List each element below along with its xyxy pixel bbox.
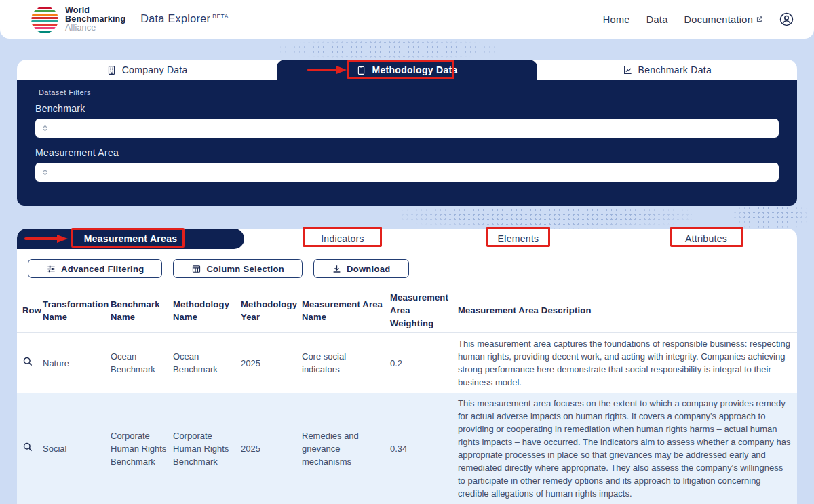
tab-measurement-areas[interactable]: Measurement Areas [17, 229, 244, 249]
cell-transformation: Nature [43, 333, 111, 393]
row-expand-cell [17, 333, 43, 393]
col-header-area-name: Measurement Area Name [302, 288, 390, 333]
cell-transformation: Social [43, 393, 111, 504]
screen: World Benchmarking Alliance Data Explore… [0, 0, 814, 504]
download-button[interactable]: Download [313, 259, 409, 278]
nav-links: Home Data Documentation [603, 12, 794, 26]
col-header-row: Row [17, 288, 43, 333]
cell-weighting: 0.2 [390, 333, 458, 393]
table-row: Social Corporate Human Rights Benchmark … [17, 393, 797, 504]
measurement-area-filter-label: Measurement Area [35, 147, 779, 158]
button-label: Download [347, 264, 391, 274]
magnifier-icon[interactable] [22, 442, 33, 454]
tab-indicators[interactable]: Indicators [321, 229, 364, 249]
benchmark-filter-select[interactable] [35, 119, 779, 138]
cell-description: This measurement area captures the found… [458, 333, 797, 393]
nav-link-home[interactable]: Home [603, 14, 630, 25]
results-card: Measurement Areas Indicators Elements At… [17, 229, 797, 504]
cell-year: 2025 [241, 333, 302, 393]
table-row: Nature Ocean Benchmark Ocean Benchmark 2… [17, 333, 797, 393]
nav-link-documentation[interactable]: Documentation [684, 14, 763, 25]
table-header: Row Transformation Name Benchmark Name M… [17, 288, 797, 333]
tab-label: Methodology Data [372, 64, 457, 75]
col-header-benchmark: Benchmark Name [111, 288, 173, 333]
tab-label: Measurement Areas [84, 233, 178, 244]
col-header-transformation: Transformation Name [43, 288, 111, 333]
tab-label: Benchmark Data [638, 64, 712, 75]
external-link-icon [756, 16, 763, 23]
line-chart-icon [623, 65, 633, 75]
benchmark-filter-label: Benchmark [35, 103, 779, 114]
beta-badge: BETA [212, 13, 229, 20]
cell-weighting: 0.34 [390, 393, 458, 504]
column-selection-button[interactable]: Column Selection [173, 259, 303, 278]
logo-line-3: Alliance [65, 24, 125, 33]
download-icon [332, 264, 342, 274]
magnifier-icon[interactable] [22, 356, 33, 369]
account-icon[interactable] [779, 12, 794, 26]
tab-elements[interactable]: Elements [498, 229, 539, 249]
tab-benchmark-data[interactable]: Benchmark Data [537, 60, 797, 80]
measurement-area-filter-select[interactable] [35, 163, 779, 182]
col-header-methodology: Methodology Name [173, 288, 241, 333]
map-dots-decoration [278, 40, 502, 58]
building-icon [106, 65, 117, 75]
sliders-icon [46, 264, 56, 274]
main-content: Company Data Methodology Data Benchmark … [17, 60, 797, 504]
row-expand-cell [17, 393, 43, 504]
col-header-weighting: Measurement Area Weighting [390, 288, 458, 333]
tab-methodology-data[interactable]: Methodology Data [277, 60, 537, 80]
filters-section-label: Dataset Filters [39, 88, 779, 96]
advanced-filtering-button[interactable]: Advanced Filtering [28, 259, 162, 278]
top-navbar: World Benchmarking Alliance Data Explore… [0, 0, 814, 39]
table-toolbar: Advanced Filtering Column Selection Down… [17, 249, 797, 288]
app-title: Data ExplorerBETA [140, 13, 229, 25]
tab-label: Company Data [122, 64, 188, 75]
background-gap [17, 206, 797, 229]
dataset-tab-bar: Company Data Methodology Data Benchmark … [17, 60, 797, 80]
col-header-year: Methodology Year [241, 288, 302, 333]
select-chevrons-icon [41, 168, 50, 177]
wba-logo[interactable]: World Benchmarking Alliance [31, 6, 125, 33]
tab-company-data[interactable]: Company Data [17, 60, 277, 80]
cell-year: 2025 [241, 393, 302, 504]
cell-area-name: Remedies and grievance mechanisms [302, 393, 390, 504]
wba-globe-stripes-icon [31, 6, 58, 33]
button-label: Advanced Filtering [61, 264, 144, 274]
cell-benchmark: Ocean Benchmark [111, 333, 173, 393]
table-grid-icon [191, 264, 201, 274]
cell-area-name: Core social indicators [302, 333, 390, 393]
entity-tab-bar: Measurement Areas Indicators Elements At… [17, 229, 797, 249]
cell-methodology: Corporate Human Rights Benchmark [173, 393, 241, 504]
button-label: Column Selection [206, 264, 284, 274]
cell-description: This measurement area focuses on the ext… [458, 393, 797, 504]
cell-methodology: Ocean Benchmark [173, 333, 241, 393]
select-chevrons-icon [41, 123, 50, 133]
dataset-filters-panel: Dataset Filters Benchmark Measurement Ar… [17, 80, 797, 206]
wba-logo-text: World Benchmarking Alliance [65, 6, 125, 33]
methodology-data-table: Row Transformation Name Benchmark Name M… [17, 288, 797, 504]
cell-benchmark: Corporate Human Rights Benchmark [111, 393, 173, 504]
nav-link-data[interactable]: Data [646, 14, 668, 25]
tab-attributes[interactable]: Attributes [685, 229, 727, 249]
col-header-description: Measurement Area Description [458, 288, 797, 333]
clipboard-icon [356, 65, 366, 75]
